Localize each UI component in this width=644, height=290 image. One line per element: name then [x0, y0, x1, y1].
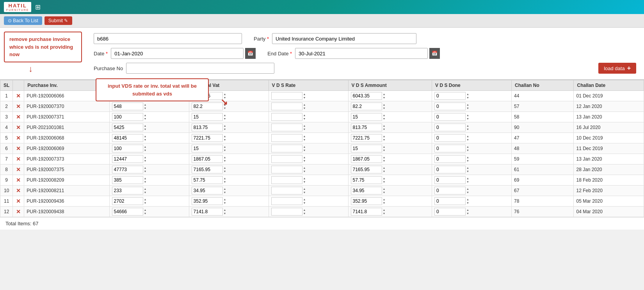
cell-delete[interactable]: ✕	[13, 207, 24, 217]
cell-delete[interactable]: ✕	[13, 91, 24, 101]
inv-amount-input[interactable]	[112, 166, 143, 173]
invoice-no-input[interactable]	[94, 33, 242, 44]
vds-done-spinner[interactable]: ▲▼	[466, 92, 469, 99]
vds-done-input[interactable]	[434, 155, 466, 163]
vds-rate-input[interactable]	[271, 145, 302, 152]
cell-delete[interactable]: ✕	[13, 196, 24, 207]
delete-row-button[interactable]: ✕	[15, 103, 21, 110]
inv-total-vat-spinner[interactable]: ▲▼	[224, 208, 226, 215]
vds-rate-input[interactable]	[271, 155, 302, 163]
vds-amount-input[interactable]	[351, 134, 382, 142]
inv-amount-spinner[interactable]: ▲▼	[144, 166, 147, 173]
delete-row-button[interactable]: ✕	[15, 114, 21, 120]
vds-done-input[interactable]	[434, 92, 466, 100]
inv-amount-input[interactable]	[112, 197, 143, 205]
party-input[interactable]	[272, 33, 416, 44]
inv-total-vat-input[interactable]	[192, 145, 223, 152]
inv-amount-input[interactable]	[112, 124, 143, 131]
vds-amount-input[interactable]	[351, 92, 382, 100]
vds-rate-spinner[interactable]: ▲▼	[303, 208, 306, 215]
vds-amount-input[interactable]	[351, 176, 382, 184]
inv-amount-input[interactable]	[112, 103, 143, 110]
vds-amount-spinner[interactable]: ▲▼	[383, 113, 386, 120]
inv-total-vat-spinner[interactable]: ▲▼	[224, 134, 226, 141]
cell-delete[interactable]: ✕	[13, 164, 24, 175]
vds-amount-input[interactable]	[351, 208, 382, 216]
inv-total-vat-spinner[interactable]: ▲▼	[224, 145, 226, 152]
vds-done-input[interactable]	[434, 187, 466, 195]
inv-total-vat-input[interactable]	[192, 113, 223, 121]
inv-total-vat-spinner[interactable]: ▲▼	[224, 198, 226, 205]
delete-row-button[interactable]: ✕	[15, 166, 21, 173]
vds-done-spinner[interactable]: ▲▼	[466, 124, 469, 131]
inv-total-vat-input[interactable]	[192, 166, 223, 173]
vds-rate-spinner[interactable]: ▲▼	[303, 166, 306, 173]
vds-amount-input[interactable]	[351, 155, 382, 163]
cell-delete[interactable]: ✕	[13, 101, 24, 112]
end-date-calendar-button[interactable]: 📅	[429, 48, 440, 59]
cell-delete[interactable]: ✕	[13, 133, 24, 143]
vds-done-input[interactable]	[434, 124, 466, 131]
vds-done-input[interactable]	[434, 113, 466, 121]
submit-button[interactable]: Submit ✎	[44, 16, 72, 25]
inv-total-vat-spinner[interactable]: ▲▼	[224, 124, 226, 131]
delete-row-button[interactable]: ✕	[15, 156, 21, 162]
inv-amount-input[interactable]	[112, 208, 143, 216]
vds-amount-spinner[interactable]: ▲▼	[383, 177, 386, 184]
delete-row-button[interactable]: ✕	[15, 198, 21, 204]
vds-rate-spinner[interactable]: ▲▼	[303, 124, 306, 131]
cell-delete[interactable]: ✕	[13, 143, 24, 154]
vds-rate-spinner[interactable]: ▲▼	[303, 198, 306, 205]
delete-row-button[interactable]: ✕	[15, 93, 21, 99]
vds-done-input[interactable]	[434, 134, 466, 142]
purchase-no-input[interactable]	[126, 63, 274, 74]
inv-amount-spinner[interactable]: ▲▼	[144, 187, 147, 194]
inv-total-vat-input[interactable]	[192, 124, 223, 131]
vds-amount-input[interactable]	[351, 145, 382, 152]
inv-amount-spinner[interactable]: ▲▼	[144, 124, 147, 131]
inv-total-vat-spinner[interactable]: ▲▼	[224, 156, 226, 163]
inv-amount-spinner[interactable]: ▲▼	[144, 134, 147, 141]
vds-amount-spinner[interactable]: ▲▼	[383, 103, 386, 110]
vds-done-spinner[interactable]: ▲▼	[466, 208, 469, 215]
vds-rate-spinner[interactable]: ▲▼	[303, 156, 306, 163]
vds-rate-input[interactable]	[271, 208, 302, 216]
cell-delete[interactable]: ✕	[13, 175, 24, 186]
inv-total-vat-input[interactable]	[192, 187, 223, 195]
inv-total-vat-input[interactable]	[192, 197, 223, 205]
inv-amount-input[interactable]	[112, 113, 143, 121]
inv-amount-input[interactable]	[112, 145, 143, 152]
vds-amount-spinner[interactable]: ▲▼	[383, 92, 386, 99]
vds-done-input[interactable]	[434, 103, 466, 110]
vds-amount-spinner[interactable]: ▲▼	[383, 124, 386, 131]
inv-total-vat-input[interactable]	[192, 176, 223, 184]
vds-amount-spinner[interactable]: ▲▼	[383, 166, 386, 173]
vds-done-spinner[interactable]: ▲▼	[466, 113, 469, 120]
vds-rate-input[interactable]	[271, 197, 302, 205]
vds-amount-spinner[interactable]: ▲▼	[383, 187, 386, 194]
vds-done-input[interactable]	[434, 166, 466, 173]
inv-total-vat-input[interactable]	[192, 155, 223, 163]
inv-amount-spinner[interactable]: ▲▼	[144, 145, 147, 152]
vds-done-spinner[interactable]: ▲▼	[466, 145, 469, 152]
vds-amount-input[interactable]	[351, 166, 382, 173]
inv-amount-spinner[interactable]: ▲▼	[144, 198, 147, 205]
vds-rate-spinner[interactable]: ▲▼	[303, 92, 306, 99]
vds-rate-spinner[interactable]: ▲▼	[303, 103, 306, 110]
vds-rate-spinner[interactable]: ▲▼	[303, 177, 306, 184]
vds-rate-input[interactable]	[271, 124, 302, 131]
inv-amount-spinner[interactable]: ▲▼	[144, 208, 147, 215]
vds-amount-input[interactable]	[351, 113, 382, 121]
inv-amount-input[interactable]	[112, 176, 143, 184]
delete-row-button[interactable]: ✕	[15, 135, 21, 141]
vds-done-spinner[interactable]: ▲▼	[466, 187, 469, 194]
vds-done-input[interactable]	[434, 145, 466, 152]
delete-row-button[interactable]: ✕	[15, 124, 21, 131]
cell-delete[interactable]: ✕	[13, 122, 24, 133]
inv-total-vat-input[interactable]	[192, 208, 223, 216]
inv-total-vat-spinner[interactable]: ▲▼	[224, 187, 226, 194]
vds-amount-input[interactable]	[351, 197, 382, 205]
inv-amount-input[interactable]	[112, 134, 143, 142]
vds-amount-spinner[interactable]: ▲▼	[383, 208, 386, 215]
vds-rate-spinner[interactable]: ▲▼	[303, 134, 306, 141]
